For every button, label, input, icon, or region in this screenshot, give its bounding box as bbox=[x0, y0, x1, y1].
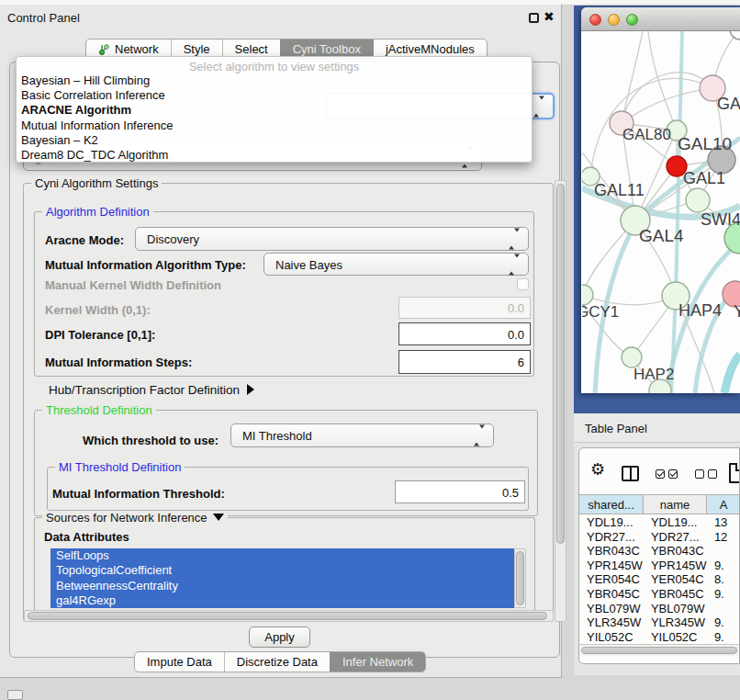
tab-label: Infer Network bbox=[342, 652, 413, 672]
table-body: YDL19...YDL19...13YDR27...YDR27...12YBR0… bbox=[579, 515, 740, 644]
network-node[interactable] bbox=[686, 188, 710, 212]
network-edge[interactable] bbox=[622, 31, 643, 123]
attribute-item-betweennesscentrality[interactable]: BetweennessCentrality bbox=[50, 579, 514, 593]
table-cell: YDL19... bbox=[579, 515, 644, 530]
table-row[interactable]: YBR045CYBR045C9. bbox=[579, 587, 740, 602]
algorithm-option-dream8-dc-tdc-algorithm[interactable]: Dream8 DC_TDC Algorithm bbox=[21, 148, 527, 163]
table-header-row: shared...nameA bbox=[579, 494, 740, 514]
algorithm-list: Bayesian – Hill ClimbingBasic Correlatio… bbox=[21, 73, 527, 163]
table-horizontal-scrollbar[interactable] bbox=[579, 644, 740, 656]
table-panel-titlebar: Table Panel bbox=[574, 413, 740, 443]
gear-icon[interactable]: ⚙ bbox=[590, 461, 605, 478]
table-row[interactable]: YLR345WYLR345W9. bbox=[579, 615, 740, 630]
combo-arrows-icon bbox=[509, 257, 520, 271]
network-node-label-gal11: GAL11 bbox=[594, 181, 645, 199]
network-node-label-y: Y bbox=[734, 302, 740, 321]
network-window-titlebar[interactable] bbox=[581, 7, 740, 31]
mi-steps-field[interactable]: 6 bbox=[398, 350, 531, 374]
settings-vertical-scrollbar[interactable] bbox=[555, 180, 566, 622]
table-cell: YBR043C bbox=[644, 544, 707, 559]
mi-steps-value: 6 bbox=[518, 356, 524, 369]
minimize-traffic-light-icon[interactable] bbox=[608, 14, 620, 26]
attribute-item-selfloops[interactable]: SelfLoops bbox=[50, 548, 514, 563]
kernel-width-label: Kernel Width (0,1): bbox=[45, 303, 151, 317]
apply-button[interactable]: Apply bbox=[249, 627, 310, 648]
dpi-tolerance-value: 0.0 bbox=[508, 327, 524, 341]
mi-threshold-field[interactable]: 0.5 bbox=[395, 480, 525, 503]
deselect-all-checkbox-icon[interactable] bbox=[695, 469, 704, 479]
table-cell: 12 bbox=[707, 530, 740, 545]
network-canvas[interactable]: GALGAL80GAL10GAL1GAL11SWI4GAL4GCY1HAP4YH… bbox=[582, 31, 740, 393]
table-cell: 9. bbox=[707, 615, 740, 630]
network-node-label-gal80: GAL80 bbox=[622, 126, 671, 143]
mi-threshold-label: Mutual Information Threshold: bbox=[52, 487, 225, 501]
table-cell: YBR043C bbox=[579, 544, 644, 559]
combo-arrows-icon bbox=[509, 232, 520, 246]
table-row[interactable]: YBR043CYBR043C bbox=[579, 544, 740, 559]
settings-horizontal-scrollbar[interactable] bbox=[24, 610, 554, 622]
column-header-a[interactable]: A bbox=[707, 495, 740, 514]
network-node-label-swi4: SWI4 bbox=[701, 210, 740, 229]
aracne-mode-value: Discovery bbox=[147, 232, 199, 246]
document-icon[interactable] bbox=[729, 463, 740, 483]
attribute-item-gal4rgexp[interactable]: gal4RGexp bbox=[50, 593, 514, 608]
algorithm-option-basic-correlation-inference[interactable]: Basic Correlation Inference bbox=[21, 88, 527, 103]
column-header-name[interactable]: name bbox=[644, 495, 707, 514]
column-header-shared[interactable]: shared... bbox=[579, 495, 644, 514]
network-node[interactable] bbox=[622, 347, 642, 367]
algorithm-option-mutual-information-inference[interactable]: Mutual Information Inference bbox=[21, 119, 527, 133]
table-cell: YPR145W bbox=[644, 559, 707, 573]
network-edge-thick[interactable] bbox=[724, 355, 740, 393]
split-columns-icon[interactable] bbox=[622, 466, 639, 481]
network-node[interactable] bbox=[730, 31, 740, 40]
kernel-width-field[interactable]: 0.0 bbox=[398, 297, 531, 319]
network-edge[interactable] bbox=[648, 31, 677, 130]
collapsed-panel-button[interactable] bbox=[7, 690, 23, 700]
hub-definition-toggle[interactable]: Hub/Transcription Factor Definition bbox=[49, 383, 254, 397]
table-row[interactable]: YER054CYER054C8. bbox=[579, 572, 740, 587]
table-cell bbox=[707, 602, 740, 616]
attributes-scrollbar[interactable] bbox=[514, 548, 526, 608]
algorithm-option-bayesian-k2[interactable]: Bayesian – K2 bbox=[21, 133, 527, 148]
network-node-label-hap2: HAP2 bbox=[633, 366, 674, 383]
network-node-label-gal: GAL bbox=[717, 95, 740, 113]
mi-threshold-value: 0.5 bbox=[502, 485, 519, 499]
select-all-checkbox-icon[interactable] bbox=[656, 469, 665, 479]
network-node[interactable] bbox=[582, 285, 593, 305]
table-row[interactable]: YDL19...YDL19...13 bbox=[579, 515, 740, 530]
tab-infer-network[interactable]: Infer Network bbox=[330, 652, 425, 672]
table-row[interactable]: YIL052CYIL052C9. bbox=[579, 630, 740, 645]
algorithm-definition-title: Algorithm Definition bbox=[42, 205, 153, 219]
kernel-width-value: 0.0 bbox=[508, 301, 524, 315]
table-cell: YDL19... bbox=[644, 515, 707, 530]
network-edge[interactable] bbox=[622, 73, 712, 123]
mi-threshold-definition-title: MI Threshold Definition bbox=[55, 460, 185, 474]
dpi-tolerance-field[interactable]: 0.0 bbox=[398, 322, 531, 345]
attribute-item-topologicalcoefficient[interactable]: TopologicalCoefficient bbox=[50, 563, 514, 578]
deselect-all-checkbox-icon[interactable] bbox=[708, 469, 717, 479]
aracne-mode-combo[interactable]: Discovery bbox=[135, 227, 529, 251]
tab-impute-data[interactable]: Impute Data bbox=[135, 652, 224, 672]
algorithm-option-aracne-algorithm[interactable]: ARACNE Algorithm bbox=[21, 103, 527, 118]
algorithm-option-bayesian-hill-climbing[interactable]: Bayesian – Hill Climbing bbox=[21, 73, 527, 88]
manual-kernel-width-checkbox[interactable] bbox=[517, 278, 529, 290]
data-attributes-list[interactable]: SelfLoopsTopologicalCoefficientBetweenne… bbox=[50, 548, 514, 608]
mi-algorithm-type-combo[interactable]: Naive Bayes bbox=[263, 253, 529, 276]
zoom-traffic-light-icon[interactable] bbox=[626, 14, 638, 26]
table-cell: 9. bbox=[707, 587, 740, 602]
which-threshold-combo[interactable]: MI Threshold bbox=[230, 423, 494, 447]
float-window-icon[interactable] bbox=[529, 13, 539, 23]
tab-discretize-data[interactable]: Discretize Data bbox=[224, 652, 330, 672]
close-traffic-light-icon[interactable] bbox=[589, 14, 601, 26]
table-cell: YBL079W bbox=[644, 602, 707, 616]
control-panel-window: Control Panel ✖ NetworkStyleSelectCyni T… bbox=[0, 5, 562, 678]
table-row[interactable]: YPR145WYPR145W9. bbox=[579, 559, 740, 573]
tab-label: Discretize Data bbox=[237, 652, 318, 672]
table-panel-title: Table Panel bbox=[585, 422, 647, 435]
select-all-checkbox-icon[interactable] bbox=[668, 469, 678, 479]
sources-toggle[interactable]: Sources for Network Inference bbox=[42, 511, 228, 525]
close-icon[interactable]: ✖ bbox=[544, 9, 555, 24]
aracne-mode-label: Aracne Mode: bbox=[45, 233, 124, 247]
table-row[interactable]: YDR27...YDR27...12 bbox=[579, 530, 740, 545]
table-row[interactable]: YBL079WYBL079W bbox=[579, 602, 740, 616]
